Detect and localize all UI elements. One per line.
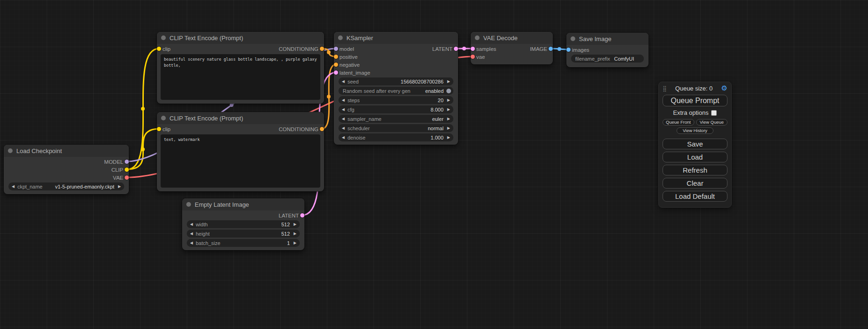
drag-handle-icon[interactable]: ⣿ (663, 85, 667, 92)
arrow-left-icon[interactable]: ◀ (190, 232, 193, 236)
queue-size-label: Queue size: 0 (667, 85, 721, 92)
collapse-dot-icon[interactable] (186, 202, 191, 207)
arrow-right-icon[interactable]: ▶ (447, 126, 450, 130)
queue-panel-header: ⣿ Queue size: 0 ⚙ (659, 82, 731, 93)
settings-gear-icon[interactable]: ⚙ (721, 85, 727, 92)
arrow-left-icon[interactable]: ◀ (342, 108, 345, 112)
collapse-dot-icon[interactable] (8, 148, 13, 153)
prompt-textarea[interactable]: text, watermark (161, 134, 320, 188)
node-empty-latent-image[interactable]: Empty Latent Image LATENT ◀ width 512 ▶ … (182, 198, 304, 250)
refresh-button[interactable]: Refresh (663, 165, 727, 175)
node-title-bar[interactable]: CLIP Text Encode (Prompt) (157, 112, 324, 124)
arrow-left-icon[interactable]: ◀ (342, 80, 345, 84)
widget-random-seed-toggle[interactable]: Random seed after every gen enabled (339, 87, 453, 95)
widget-scheduler[interactable]: ◀ scheduler normal ▶ (339, 124, 453, 132)
widget-seed[interactable]: ◀ seed 156680208700286 ▶ (339, 77, 453, 85)
arrow-right-icon[interactable]: ▶ (294, 232, 296, 236)
save-button[interactable]: Save (663, 139, 727, 149)
node-title-bar[interactable]: Load Checkpoint (4, 145, 129, 157)
view-history-button[interactable]: View History (677, 127, 713, 134)
widget-width[interactable]: ◀ width 512 ▶ (187, 220, 300, 228)
port-latent-output[interactable] (300, 213, 304, 217)
port-clip-input[interactable] (157, 47, 161, 51)
arrow-left-icon[interactable]: ◀ (342, 117, 345, 121)
node-vae-decode[interactable]: VAE Decode samples IMAGE vae (471, 32, 553, 64)
port-vae-input[interactable] (471, 55, 475, 59)
port-positive-input[interactable] (334, 55, 338, 59)
node-clip-text-encode-positive[interactable]: CLIP Text Encode (Prompt) clip CONDITION… (157, 32, 324, 104)
port-model-output[interactable] (125, 160, 129, 164)
extra-options-checkbox[interactable] (711, 110, 717, 116)
node-save-image[interactable]: Save Image images filename_prefix ComfyU… (566, 33, 649, 67)
node-title-bar[interactable]: Save Image (566, 33, 649, 45)
queue-prompt-button[interactable]: Queue Prompt (663, 95, 727, 106)
toggle-dot-icon[interactable] (446, 89, 451, 93)
io-row: positive (334, 53, 458, 61)
clear-button[interactable]: Clear (663, 178, 727, 189)
widget-steps[interactable]: ◀ steps 20 ▶ (339, 96, 453, 104)
node-graph-canvas[interactable]: Load Checkpoint MODEL CLIP VAE ◀ ckpt_na… (0, 0, 868, 329)
widget-sampler-name[interactable]: ◀ sampler_name euler ▶ (339, 115, 453, 123)
port-negative-input[interactable] (334, 63, 338, 67)
prompt-textarea[interactable]: beautiful scenery nature glass bottle la… (161, 54, 320, 100)
queue-front-button[interactable]: Queue Front (663, 119, 694, 126)
output-label-vae: VAE (113, 175, 123, 181)
arrow-left-icon[interactable]: ◀ (12, 185, 14, 189)
port-model-input[interactable] (334, 47, 338, 51)
widget-label: ckpt_name (17, 184, 42, 189)
node-title-bar[interactable]: Empty Latent Image (182, 198, 304, 210)
arrow-left-icon[interactable]: ◀ (190, 241, 193, 245)
arrow-right-icon[interactable]: ▶ (118, 185, 121, 189)
widget-height[interactable]: ◀ height 512 ▶ (187, 230, 300, 238)
port-images-input[interactable] (566, 48, 571, 52)
node-ksampler[interactable]: KSampler model LATENT positive negative … (334, 32, 458, 145)
load-default-button[interactable]: Load Default (663, 191, 727, 202)
node-title-bar[interactable]: CLIP Text Encode (Prompt) (157, 32, 324, 44)
arrow-left-icon[interactable]: ◀ (342, 126, 345, 130)
widget-value: v1-5-pruned-emaonly.ckpt (55, 184, 114, 189)
collapse-dot-icon[interactable] (475, 35, 480, 40)
widget-cfg[interactable]: ◀ cfg 8.000 ▶ (339, 105, 453, 113)
collapse-dot-icon[interactable] (338, 35, 343, 40)
arrow-right-icon[interactable]: ▶ (447, 80, 450, 84)
arrow-right-icon[interactable]: ▶ (447, 117, 450, 121)
port-samples-input[interactable] (471, 47, 475, 51)
node-title-bar[interactable]: VAE Decode (471, 32, 553, 44)
port-conditioning-output[interactable] (320, 47, 324, 51)
io-row: VAE (4, 174, 129, 182)
node-clip-text-encode-negative[interactable]: CLIP Text Encode (Prompt) clip CONDITION… (157, 112, 324, 191)
node-title-bar[interactable]: KSampler (334, 32, 458, 44)
arrow-right-icon[interactable]: ▶ (294, 223, 296, 226)
output-label-conditioning: CONDITIONING (279, 46, 318, 52)
collapse-dot-icon[interactable] (571, 36, 575, 41)
link-midpoint-dot (327, 95, 331, 98)
arrow-left-icon[interactable]: ◀ (342, 98, 345, 102)
port-latent-output[interactable] (454, 47, 458, 51)
widget-ckpt-name[interactable]: ◀ ckpt_name v1-5-pruned-emaonly.ckpt ▶ (8, 182, 124, 190)
widget-value: 8.000 (430, 107, 444, 112)
load-button[interactable]: Load (663, 152, 727, 162)
arrow-right-icon[interactable]: ▶ (447, 136, 450, 140)
widget-value: 512 (281, 231, 289, 237)
arrow-left-icon[interactable]: ◀ (190, 223, 193, 226)
port-clip-input[interactable] (157, 127, 161, 131)
arrow-right-icon[interactable]: ▶ (447, 98, 450, 102)
node-load-checkpoint[interactable]: Load Checkpoint MODEL CLIP VAE ◀ ckpt_na… (4, 145, 129, 194)
widget-filename-prefix[interactable]: filename_prefix ComfyUI (571, 55, 644, 63)
port-image-output[interactable] (549, 47, 553, 51)
widget-batch-size[interactable]: ◀ batch_size 1 ▶ (187, 239, 300, 247)
arrow-right-icon[interactable]: ▶ (447, 108, 450, 112)
arrow-left-icon[interactable]: ◀ (342, 136, 345, 140)
collapse-dot-icon[interactable] (161, 35, 166, 40)
port-vae-output[interactable] (125, 175, 129, 180)
arrow-right-icon[interactable]: ▶ (294, 241, 296, 245)
widget-label: filename_prefix (575, 56, 610, 62)
port-clip-output[interactable] (125, 168, 129, 172)
port-conditioning-output[interactable] (320, 127, 324, 131)
port-latent-image-input[interactable] (334, 70, 338, 75)
collapse-dot-icon[interactable] (161, 116, 166, 120)
queue-panel: ⣿ Queue size: 0 ⚙ Queue Prompt Extra opt… (658, 82, 732, 208)
widget-denoise[interactable]: ◀ denoise 1.000 ▶ (339, 133, 453, 141)
widget-value: 1 (287, 240, 290, 246)
view-queue-button[interactable]: View Queue (696, 119, 728, 126)
